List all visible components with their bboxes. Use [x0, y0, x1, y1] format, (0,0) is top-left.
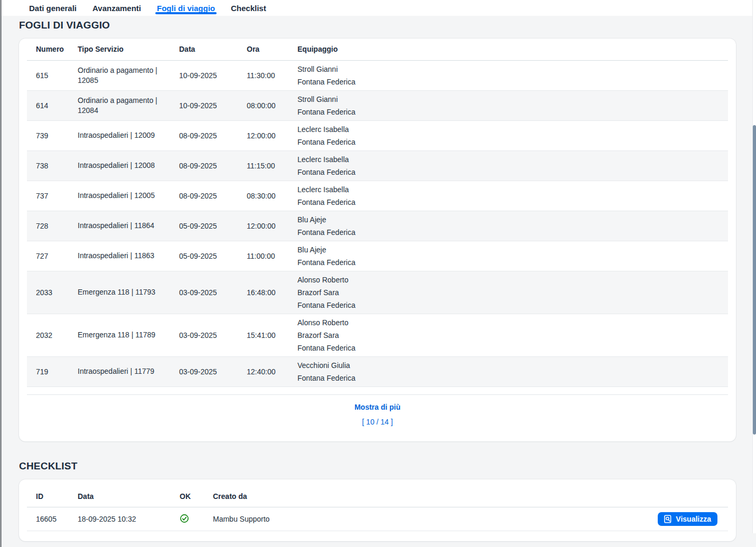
- tipo-servizio-cell: Intraospedalieri | 11779: [78, 356, 179, 386]
- data-cell: 03-09-2025: [179, 271, 247, 314]
- crew-member: Fontana Federica: [297, 136, 720, 148]
- crew-member: Vecchioni Giulia: [297, 359, 720, 372]
- ora-cell: 11:30:00: [247, 60, 297, 90]
- crew-member: Fontana Federica: [297, 342, 720, 354]
- document-search-icon: [664, 515, 672, 523]
- tipo-servizio-cell: Intraospedalieri | 11863: [78, 241, 179, 271]
- numero-cell: 614: [27, 90, 78, 120]
- numero-cell: 739: [27, 120, 78, 150]
- data-cell: 10-09-2025: [179, 60, 247, 90]
- table-footer-separator: [27, 387, 728, 395]
- fogli-row: 737Intraospedalieri | 1200508-09-202508:…: [27, 181, 728, 211]
- tipo-servizio-cell: Intraospedalieri | 12005: [78, 181, 179, 211]
- crew-member: Leclerc Isabella: [297, 153, 720, 166]
- table-footer: Mostra di più [ 10 / 14 ]: [27, 395, 728, 441]
- crew-member: Stroll Gianni: [297, 63, 720, 76]
- fogli-section-title: FOGLI DI VIAGGIO: [19, 19, 736, 31]
- checklist-card: ID Data OK Creato da 1660518-09-2025 10:…: [19, 479, 736, 542]
- fogli-row: 728Intraospedalieri | 1186405-09-202512:…: [27, 211, 728, 241]
- crew-member: Leclerc Isabella: [297, 183, 720, 196]
- equipaggio-cell: Alonso RobertoBrazorf SaraFontana Federi…: [297, 271, 728, 314]
- data-cell: 08-09-2025: [179, 120, 247, 150]
- crew-member: Fontana Federica: [297, 256, 720, 269]
- tipo-servizio-cell: Emergenza 118 | 11793: [78, 271, 179, 314]
- col-header-ok: OK: [180, 486, 213, 507]
- numero-cell: 728: [27, 211, 78, 241]
- numero-cell: 2033: [27, 271, 78, 314]
- fogli-row: 727Intraospedalieri | 1186305-09-202511:…: [27, 241, 728, 271]
- equipaggio-cell: Stroll GianniFontana Federica: [297, 90, 728, 120]
- fogli-row: 2032Emergenza 118 | 1178903-09-202515:41…: [27, 314, 728, 356]
- visualizza-button[interactable]: Visualizza: [658, 512, 717, 526]
- numero-cell: 738: [27, 150, 78, 181]
- checklist-header-row: ID Data OK Creato da: [27, 486, 728, 507]
- ora-cell: 08:30:00: [247, 181, 297, 211]
- fogli-row: 739Intraospedalieri | 1200908-09-202512:…: [27, 120, 728, 150]
- numero-cell: 727: [27, 241, 78, 271]
- checklist-row: 1660518-09-2025 10:32Mambu SupportoVisua…: [27, 507, 728, 531]
- data-cell: 05-09-2025: [179, 211, 247, 241]
- equipaggio-cell: Leclerc IsabellaFontana Federica: [297, 120, 728, 150]
- ora-cell: 12:40:00: [247, 356, 297, 386]
- numero-cell: 737: [27, 181, 78, 211]
- pagination-counter: [ 10 / 14 ]: [27, 418, 728, 426]
- check-circle-icon: [180, 514, 189, 523]
- show-more-link[interactable]: Mostra di più: [27, 403, 728, 411]
- vertical-scrollbar-track[interactable]: [752, 0, 756, 533]
- crew-member: Leclerc Isabella: [297, 123, 720, 136]
- fogli-table: Numero Tipo Servizio Data Ora Equipaggio…: [27, 39, 728, 387]
- data-cell: 18-09-2025 10:32: [78, 507, 180, 531]
- tab-avanzamenti[interactable]: Avanzamenti: [92, 0, 141, 16]
- tipo-servizio-cell: Ordinario a pagamento | 12085: [78, 60, 179, 90]
- id-cell: 16605: [27, 507, 78, 531]
- col-header-numero: Numero: [27, 39, 78, 60]
- fogli-header-row: Numero Tipo Servizio Data Ora Equipaggio: [27, 39, 728, 60]
- tab-dati-generali[interactable]: Dati generali: [29, 0, 77, 16]
- ora-cell: 08:00:00: [247, 90, 297, 120]
- crew-member: Brazorf Sara: [297, 286, 720, 299]
- action-cell: Visualizza: [633, 507, 728, 531]
- fogli-row: 2033Emergenza 118 | 1179303-09-202516:48…: [27, 271, 728, 314]
- tipo-servizio-cell: Ordinario a pagamento | 12084: [78, 90, 179, 120]
- crew-member: Fontana Federica: [297, 166, 720, 178]
- equipaggio-cell: Vecchioni GiuliaFontana Federica: [297, 356, 728, 386]
- fogli-card: Numero Tipo Servizio Data Ora Equipaggio…: [19, 39, 736, 441]
- ora-cell: 12:00:00: [247, 120, 297, 150]
- crew-member: Stroll Gianni: [297, 93, 720, 106]
- tab-fogli-di-viaggio[interactable]: Fogli di viaggio: [157, 0, 215, 16]
- crew-member: Blu Ajeje: [297, 213, 720, 226]
- col-header-action: [633, 486, 728, 507]
- data-cell: 03-09-2025: [179, 356, 247, 386]
- page-content: FOGLI DI VIAGGIO Numero Tipo Servizio Da…: [0, 16, 756, 541]
- fogli-row: 614Ordinario a pagamento | 1208410-09-20…: [27, 90, 728, 120]
- data-cell: 10-09-2025: [179, 90, 247, 120]
- vertical-scrollbar-thumb[interactable]: [753, 125, 756, 435]
- fogli-row: 615Ordinario a pagamento | 1208510-09-20…: [27, 60, 728, 90]
- col-header-checklist-data: Data: [78, 486, 180, 507]
- tipo-servizio-cell: Emergenza 118 | 11789: [78, 314, 179, 356]
- tab-bar: Dati generaliAvanzamentiFogli di viaggio…: [0, 0, 756, 16]
- tab-checklist[interactable]: Checklist: [231, 0, 266, 16]
- crew-member: Brazorf Sara: [297, 329, 720, 342]
- fogli-row: 719Intraospedalieri | 1177903-09-202512:…: [27, 356, 728, 386]
- tipo-servizio-cell: Intraospedalieri | 11864: [78, 211, 179, 241]
- ok-cell: [180, 507, 213, 531]
- col-header-tipo-servizio: Tipo Servizio: [78, 39, 179, 60]
- ora-cell: 11:15:00: [247, 150, 297, 181]
- equipaggio-cell: Alonso RobertoBrazorf SaraFontana Federi…: [297, 314, 728, 356]
- crew-member: Alonso Roberto: [297, 316, 720, 329]
- data-cell: 08-09-2025: [179, 181, 247, 211]
- numero-cell: 2032: [27, 314, 78, 356]
- equipaggio-cell: Stroll GianniFontana Federica: [297, 60, 728, 90]
- crew-member: Alonso Roberto: [297, 274, 720, 286]
- ora-cell: 12:00:00: [247, 211, 297, 241]
- crew-member: Fontana Federica: [297, 226, 720, 239]
- col-header-id: ID: [27, 486, 78, 507]
- fogli-table-body: 615Ordinario a pagamento | 1208510-09-20…: [27, 60, 728, 386]
- numero-cell: 615: [27, 60, 78, 90]
- fogli-row: 738Intraospedalieri | 1200808-09-202511:…: [27, 150, 728, 181]
- visualizza-button-label: Visualizza: [676, 515, 711, 523]
- col-header-equipaggio: Equipaggio: [297, 39, 728, 60]
- ora-cell: 11:00:00: [247, 241, 297, 271]
- crew-member: Fontana Federica: [297, 106, 720, 118]
